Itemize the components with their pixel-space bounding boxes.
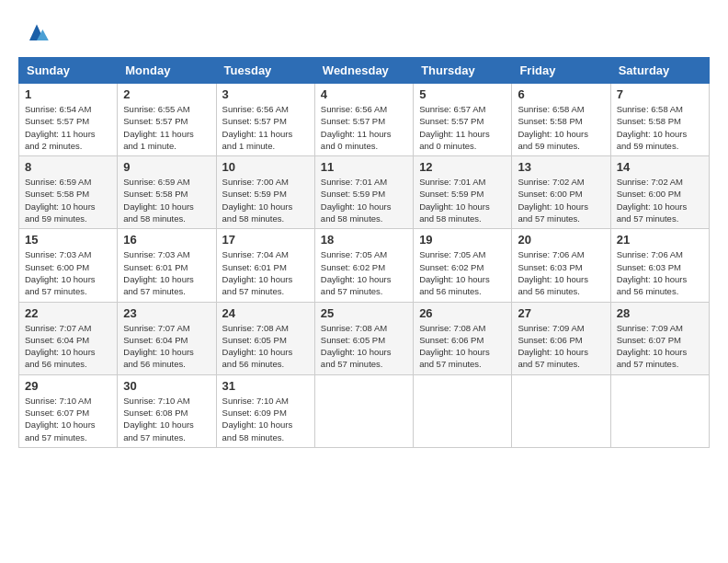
day-number: 24: [222, 306, 309, 320]
day-number: 2: [123, 87, 210, 101]
day-info: Sunrise: 6:59 AMSunset: 5:58 PMDaylight:…: [25, 176, 111, 224]
calendar-cell: 30Sunrise: 7:10 AMSunset: 6:08 PMDayligh…: [118, 374, 216, 447]
header-monday: Monday: [118, 58, 216, 84]
day-info: Sunrise: 7:02 AMSunset: 6:00 PMDaylight:…: [617, 176, 703, 224]
day-info: Sunrise: 7:09 AMSunset: 6:07 PMDaylight:…: [617, 322, 703, 371]
calendar-cell: 13Sunrise: 7:02 AMSunset: 6:00 PMDayligh…: [512, 156, 610, 229]
day-info: Sunrise: 6:55 AMSunset: 5:57 PMDaylight:…: [123, 103, 210, 152]
day-number: 8: [25, 160, 111, 174]
week-row-4: 22Sunrise: 7:07 AMSunset: 6:04 PMDayligh…: [19, 302, 710, 374]
calendar-cell: 29Sunrise: 7:10 AMSunset: 6:07 PMDayligh…: [19, 374, 118, 447]
calendar-cell: 1Sunrise: 6:54 AMSunset: 5:57 PMDaylight…: [19, 84, 118, 156]
calendar-cell: 28Sunrise: 7:09 AMSunset: 6:07 PMDayligh…: [610, 302, 709, 374]
day-number: 20: [518, 233, 604, 247]
day-info: Sunrise: 6:58 AMSunset: 5:58 PMDaylight:…: [617, 103, 703, 152]
day-number: 18: [321, 233, 407, 247]
day-info: Sunrise: 7:04 AMSunset: 6:01 PMDaylight:…: [222, 248, 309, 297]
calendar-cell: 15Sunrise: 7:03 AMSunset: 6:00 PMDayligh…: [19, 229, 118, 302]
calendar-cell: 27Sunrise: 7:09 AMSunset: 6:06 PMDayligh…: [512, 302, 610, 374]
logo-icon: [22, 18, 51, 48]
header: [18, 18, 710, 48]
day-number: 11: [321, 160, 407, 174]
day-number: 30: [123, 379, 210, 393]
calendar-cell: 23Sunrise: 7:07 AMSunset: 6:04 PMDayligh…: [118, 302, 216, 374]
day-info: Sunrise: 6:56 AMSunset: 5:57 PMDaylight:…: [222, 103, 309, 152]
calendar-cell: 20Sunrise: 7:06 AMSunset: 6:03 PMDayligh…: [512, 229, 610, 302]
day-info: Sunrise: 7:05 AMSunset: 6:02 PMDaylight:…: [321, 248, 407, 297]
day-number: 25: [321, 306, 407, 320]
calendar-header-row: SundayMondayTuesdayWednesdayThursdayFrid…: [19, 58, 710, 84]
day-number: 5: [419, 87, 506, 101]
calendar-cell: 25Sunrise: 7:08 AMSunset: 6:05 PMDayligh…: [314, 302, 413, 374]
calendar: SundayMondayTuesdayWednesdayThursdayFrid…: [18, 57, 710, 448]
day-number: 23: [123, 306, 210, 320]
day-info: Sunrise: 7:01 AMSunset: 5:59 PMDaylight:…: [321, 176, 407, 224]
header-sunday: Sunday: [19, 58, 118, 84]
day-number: 29: [25, 379, 111, 393]
calendar-cell: [512, 374, 610, 447]
calendar-cell: 22Sunrise: 7:07 AMSunset: 6:04 PMDayligh…: [19, 302, 118, 374]
calendar-cell: [610, 374, 709, 447]
calendar-cell: 7Sunrise: 6:58 AMSunset: 5:58 PMDaylight…: [610, 84, 709, 156]
day-info: Sunrise: 7:09 AMSunset: 6:06 PMDaylight:…: [518, 322, 604, 371]
calendar-cell: 8Sunrise: 6:59 AMSunset: 5:58 PMDaylight…: [19, 156, 118, 229]
day-number: 26: [419, 306, 506, 320]
day-info: Sunrise: 7:01 AMSunset: 5:59 PMDaylight:…: [419, 176, 506, 224]
calendar-cell: 18Sunrise: 7:05 AMSunset: 6:02 PMDayligh…: [314, 229, 413, 302]
day-number: 9: [123, 160, 210, 174]
calendar-cell: 5Sunrise: 6:57 AMSunset: 5:57 PMDaylight…: [414, 84, 512, 156]
header-wednesday: Wednesday: [314, 58, 413, 84]
week-row-2: 8Sunrise: 6:59 AMSunset: 5:58 PMDaylight…: [19, 156, 710, 229]
day-info: Sunrise: 7:03 AMSunset: 6:00 PMDaylight:…: [25, 248, 111, 297]
day-info: Sunrise: 7:00 AMSunset: 5:59 PMDaylight:…: [222, 176, 309, 224]
day-number: 31: [222, 379, 309, 393]
calendar-cell: 9Sunrise: 6:59 AMSunset: 5:58 PMDaylight…: [118, 156, 216, 229]
day-number: 12: [419, 160, 506, 174]
week-row-5: 29Sunrise: 7:10 AMSunset: 6:07 PMDayligh…: [19, 374, 710, 447]
calendar-cell: 21Sunrise: 7:06 AMSunset: 6:03 PMDayligh…: [610, 229, 709, 302]
day-info: Sunrise: 7:07 AMSunset: 6:04 PMDaylight:…: [123, 322, 210, 371]
day-info: Sunrise: 7:10 AMSunset: 6:07 PMDaylight:…: [25, 395, 111, 443]
calendar-cell: 31Sunrise: 7:10 AMSunset: 6:09 PMDayligh…: [216, 374, 314, 447]
calendar-cell: 6Sunrise: 6:58 AMSunset: 5:58 PMDaylight…: [512, 84, 610, 156]
day-number: 14: [617, 160, 703, 174]
calendar-cell: 3Sunrise: 6:56 AMSunset: 5:57 PMDaylight…: [216, 84, 314, 156]
day-number: 13: [518, 160, 604, 174]
day-info: Sunrise: 6:59 AMSunset: 5:58 PMDaylight:…: [123, 176, 210, 224]
day-number: 6: [518, 87, 604, 101]
calendar-cell: 12Sunrise: 7:01 AMSunset: 5:59 PMDayligh…: [414, 156, 512, 229]
day-info: Sunrise: 7:10 AMSunset: 6:08 PMDaylight:…: [123, 395, 210, 443]
day-number: 10: [222, 160, 309, 174]
calendar-cell: [414, 374, 512, 447]
calendar-cell: 17Sunrise: 7:04 AMSunset: 6:01 PMDayligh…: [216, 229, 314, 302]
day-info: Sunrise: 7:03 AMSunset: 6:01 PMDaylight:…: [123, 248, 210, 297]
day-number: 19: [419, 233, 506, 247]
calendar-cell: 16Sunrise: 7:03 AMSunset: 6:01 PMDayligh…: [118, 229, 216, 302]
day-info: Sunrise: 7:08 AMSunset: 6:05 PMDaylight:…: [222, 322, 309, 371]
calendar-cell: 24Sunrise: 7:08 AMSunset: 6:05 PMDayligh…: [216, 302, 314, 374]
calendar-cell: 19Sunrise: 7:05 AMSunset: 6:02 PMDayligh…: [414, 229, 512, 302]
day-info: Sunrise: 6:54 AMSunset: 5:57 PMDaylight:…: [25, 103, 111, 152]
day-number: 4: [321, 87, 407, 101]
day-info: Sunrise: 7:07 AMSunset: 6:04 PMDaylight:…: [25, 322, 111, 371]
logo: [18, 18, 51, 48]
header-thursday: Thursday: [414, 58, 512, 84]
day-info: Sunrise: 7:06 AMSunset: 6:03 PMDaylight:…: [518, 248, 604, 297]
day-info: Sunrise: 7:10 AMSunset: 6:09 PMDaylight:…: [222, 395, 309, 443]
calendar-cell: 26Sunrise: 7:08 AMSunset: 6:06 PMDayligh…: [414, 302, 512, 374]
day-info: Sunrise: 6:57 AMSunset: 5:57 PMDaylight:…: [419, 103, 506, 152]
day-info: Sunrise: 6:58 AMSunset: 5:58 PMDaylight:…: [518, 103, 604, 152]
day-info: Sunrise: 7:05 AMSunset: 6:02 PMDaylight:…: [419, 248, 506, 297]
week-row-1: 1Sunrise: 6:54 AMSunset: 5:57 PMDaylight…: [19, 84, 710, 156]
day-number: 15: [25, 233, 111, 247]
day-number: 22: [25, 306, 111, 320]
day-info: Sunrise: 6:56 AMSunset: 5:57 PMDaylight:…: [321, 103, 407, 152]
day-number: 16: [123, 233, 210, 247]
week-row-3: 15Sunrise: 7:03 AMSunset: 6:00 PMDayligh…: [19, 229, 710, 302]
calendar-cell: 2Sunrise: 6:55 AMSunset: 5:57 PMDaylight…: [118, 84, 216, 156]
header-friday: Friday: [512, 58, 610, 84]
day-number: 1: [25, 87, 111, 101]
day-number: 27: [518, 306, 604, 320]
day-info: Sunrise: 7:06 AMSunset: 6:03 PMDaylight:…: [617, 248, 703, 297]
day-info: Sunrise: 7:08 AMSunset: 6:05 PMDaylight:…: [321, 322, 407, 371]
